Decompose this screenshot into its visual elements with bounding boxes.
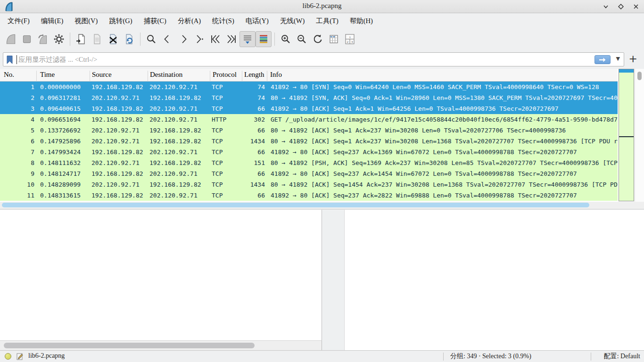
auto-scroll-button[interactable] (239, 31, 256, 47)
column-header-no[interactable]: No. (4, 71, 14, 79)
go-first-button[interactable] (207, 31, 223, 47)
minimize-button[interactable] (602, 2, 610, 11)
column-header-info[interactable]: Info (270, 71, 282, 79)
status-profile[interactable]: 配置: Default (604, 352, 640, 361)
zoom-out-button[interactable] (294, 31, 310, 47)
cell-source: 192.168.129.82 (90, 82, 148, 92)
packet-list-vertical-scrollbar[interactable] (635, 69, 644, 202)
packet-row[interactable]: 90.148124717192.168.129.82202.120.92.71T… (0, 168, 618, 179)
packet-row[interactable]: 30.096400615192.168.129.82202.120.92.71T… (0, 103, 618, 114)
details-scrollbar-thumb[interactable] (4, 343, 255, 348)
packet-row[interactable]: 60.147925896202.120.92.71192.168.129.82T… (0, 136, 618, 147)
packet-list-minimap[interactable] (619, 69, 634, 201)
cell-destination: 202.120.92.71 (148, 190, 210, 201)
menu-telephony[interactable]: 电话(Y) (240, 15, 274, 27)
menu-statistics[interactable]: 统计(S) (206, 15, 240, 27)
main-toolbar: 123 (0, 28, 644, 49)
apply-filter-button[interactable] (594, 55, 611, 64)
minimap-view-marker (619, 136, 634, 137)
cell-destination: 202.120.92.71 (148, 103, 210, 114)
zoom-in-button[interactable] (278, 31, 294, 47)
cell-info: 80 → 41892 [ACK] Seq=1454 Ack=237 Win=30… (267, 179, 618, 190)
cell-time: 0.096651694 (36, 114, 90, 125)
cell-protocol: TCP (210, 190, 242, 201)
status-filename: lib6-2.pcapng (28, 352, 65, 360)
menu-capture[interactable]: 捕获(C) (138, 15, 172, 27)
column-header-protocol[interactable]: Protocol (213, 71, 237, 79)
menu-analyze[interactable]: 分析(A) (172, 15, 206, 27)
packet-row[interactable]: 10.000000000192.168.129.82202.120.92.71T… (0, 82, 618, 92)
menu-tools[interactable]: 工具(T) (310, 15, 344, 27)
go-to-packet-button[interactable] (191, 31, 207, 47)
filter-bookmark-icon[interactable] (6, 55, 13, 65)
packet-row[interactable]: 50.133726692202.120.92.71192.168.129.82T… (0, 125, 618, 136)
zoom-reset-button[interactable] (310, 31, 326, 47)
horizontal-scrollbar-thumb[interactable] (2, 203, 589, 207)
menu-edit[interactable]: 编辑(E) (35, 15, 69, 27)
packet-bytes-pane[interactable] (344, 210, 644, 350)
packet-list-horizontal-scrollbar[interactable] (0, 202, 644, 208)
resize-columns-button[interactable] (326, 31, 342, 47)
open-file-button[interactable] (73, 31, 89, 47)
restart-capture-button[interactable] (35, 31, 51, 47)
cell-length: 66 (242, 147, 267, 157)
cell-source: 202.120.92.71 (90, 157, 148, 168)
cell-source: 192.168.129.82 (90, 168, 148, 179)
add-filter-button[interactable]: + (629, 53, 637, 65)
go-back-button[interactable] (159, 31, 175, 47)
cell-no: 1 (0, 82, 36, 92)
go-first-icon (209, 33, 222, 45)
display-filter-input[interactable] (18, 53, 575, 66)
filter-bar: ▼ + (0, 50, 644, 69)
save-file-icon (91, 33, 103, 45)
cell-destination: 192.168.129.82 (148, 179, 210, 190)
go-last-button[interactable] (223, 31, 239, 47)
capture-comment-icon[interactable] (16, 353, 24, 360)
reload-file-button[interactable] (121, 31, 137, 47)
packet-details-scrollbar[interactable] (0, 340, 322, 350)
save-file-button[interactable] (89, 31, 105, 47)
packet-details-pane[interactable] (0, 210, 322, 340)
restart-capture-icon (37, 33, 49, 45)
vertical-scrollbar-thumb[interactable] (637, 72, 642, 80)
packet-row[interactable]: 70.147993424192.168.129.82202.120.92.71T… (0, 147, 618, 157)
cell-no: 11 (0, 190, 36, 201)
close-button[interactable] (632, 2, 640, 11)
filter-dropdown-arrow[interactable]: ▼ (616, 56, 620, 62)
column-header-destination[interactable]: Destination (150, 71, 182, 79)
stop-capture-button[interactable] (19, 31, 35, 47)
display-filter-field[interactable]: ▼ (3, 52, 624, 66)
column-header-length[interactable]: Length (244, 71, 264, 79)
cell-destination: 192.168.129.82 (148, 136, 210, 147)
colorize-packets-button[interactable] (256, 31, 272, 47)
packet-row[interactable]: 110.148313615192.168.129.82202.120.92.71… (0, 190, 618, 201)
menu-go[interactable]: 跳转(G) (103, 15, 138, 27)
menu-help[interactable]: 帮助(H) (344, 15, 379, 27)
layout-chooser-button[interactable]: 123 (342, 31, 358, 47)
cell-length: 66 (242, 125, 267, 136)
close-icon (633, 3, 639, 10)
cell-time: 0.147925896 (36, 136, 90, 147)
cell-protocol: TCP (210, 82, 242, 92)
packet-row[interactable]: 100.148289099202.120.92.71192.168.129.82… (0, 179, 618, 190)
menu-wireless[interactable]: 无线(W) (274, 15, 310, 27)
menu-view[interactable]: 视图(V) (69, 15, 103, 27)
close-file-button[interactable] (105, 31, 121, 47)
find-packet-button[interactable] (143, 31, 159, 47)
column-header-time[interactable]: Time (40, 71, 55, 79)
go-forward-button[interactable] (175, 31, 191, 47)
cell-source: 202.120.92.71 (90, 179, 148, 190)
menu-bar: 文件(F) 编辑(E) 视图(V) 跳转(G) 捕获(C) 分析(A) 统计(S… (0, 14, 644, 28)
go-last-icon (225, 33, 238, 45)
maximize-button[interactable] (617, 2, 625, 11)
capture-options-button[interactable] (51, 31, 67, 47)
packet-row[interactable]: 80.148111632202.120.92.71192.168.129.82T… (0, 157, 618, 168)
packet-row[interactable]: 40.096651694192.168.129.82202.120.92.71H… (0, 114, 618, 125)
start-capture-button[interactable] (3, 31, 19, 47)
menu-file[interactable]: 文件(F) (2, 15, 35, 27)
packet-row[interactable]: 20.096317281202.120.92.71192.168.129.82T… (0, 92, 618, 103)
column-header-source[interactable]: Source (92, 71, 112, 79)
cell-no: 10 (0, 179, 36, 190)
svg-text:2: 2 (347, 40, 349, 44)
expert-info-icon[interactable] (5, 353, 11, 360)
